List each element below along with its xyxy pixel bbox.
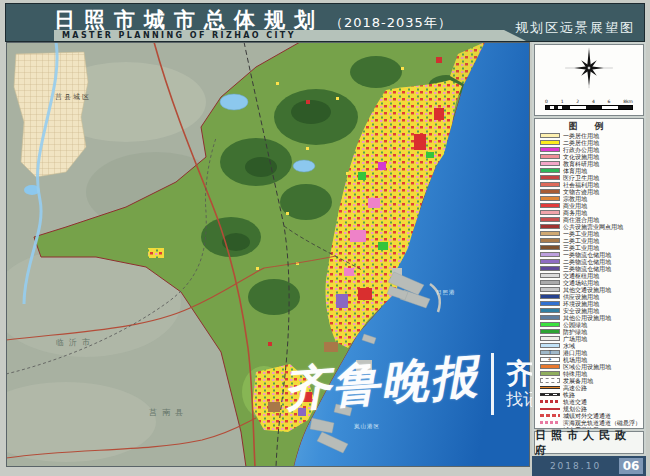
legend-label: 行政办公用地 [563, 147, 599, 153]
legend-label: 一类物流仓储用地 [563, 252, 611, 258]
legend-swatch [540, 140, 560, 145]
legend-label: 机场用地 [563, 357, 587, 363]
compass-rose-icon [561, 46, 617, 90]
legend-label: 城镇对外交通通道 [563, 413, 611, 419]
legend-label: 轨道交通 [563, 399, 587, 405]
legend-label: 二类居住用地 [563, 140, 599, 146]
legend-row: 区域公用设施用地 [540, 363, 639, 370]
legend-row: 文化设施用地 [540, 153, 639, 160]
legend-swatch: ✈ [540, 357, 560, 362]
legend-swatch [540, 421, 560, 424]
plan-title-en: MASTER PLANNING OF RIZHAO CITY [54, 30, 526, 41]
legend-row: 城镇对外交通通道 [540, 412, 639, 419]
legend-label: 其他交通设施用地 [563, 287, 611, 293]
scale-tick: 1 [561, 99, 564, 104]
legend-label: 铁路 [563, 392, 575, 398]
legend-label: 发展备用地 [563, 378, 593, 384]
scanned-plan-page: 日照市城市总体规划 （2018-2035年） MASTER PLANNING O… [0, 0, 650, 476]
legend-label: 商住混合用地 [563, 217, 599, 223]
legend-swatch [540, 322, 560, 327]
legend-label: 文化设施用地 [563, 154, 599, 160]
legend-swatch [540, 294, 560, 299]
legend-row: 二类物流仓储用地 [540, 258, 639, 265]
map-canvas: 莒县城区临沂市莒南县日照港岚山港区 [6, 42, 530, 467]
legend-swatch [540, 329, 560, 334]
legend-row: 防护绿地 [540, 328, 639, 335]
legend-swatch [540, 259, 560, 264]
scale-tick: 0 [545, 99, 548, 104]
legend-swatch [540, 203, 560, 208]
legend-box: 图 例 一类居住用地二类居住用地行政办公用地文化设施用地教育科研用地体育用地医疗… [534, 118, 644, 429]
legend-swatch [540, 147, 560, 152]
legend-row: 其他公用设施用地 [540, 314, 639, 321]
legend-swatch [540, 168, 560, 173]
legend-row: 供应设施用地 [540, 293, 639, 300]
legend-swatch [540, 414, 560, 418]
scale-tick: 2 [576, 99, 579, 104]
legend-rows: 一类居住用地二类居住用地行政办公用地文化设施用地教育科研用地体育用地医疗卫生用地… [540, 132, 639, 429]
legend-label: 商业用地 [563, 203, 587, 209]
legend-row: 医疗卫生用地 [540, 174, 639, 181]
legend-swatch [540, 400, 560, 403]
legend-swatch [540, 161, 560, 166]
legend-row: 轨道交通 [540, 398, 639, 405]
legend-swatch [540, 189, 560, 194]
legend-label: 公共设施营业网点用地 [563, 224, 623, 230]
scale-tick: 4 [592, 99, 595, 104]
footer-strip: 2018.10 06 [532, 456, 646, 476]
legend-row: 其他交通设施用地 [540, 286, 639, 293]
compass-scale-box: 012468km [534, 44, 644, 116]
legend-row: 三类工业用地 [540, 244, 639, 251]
legend-label: 其他公用设施用地 [563, 315, 611, 321]
publisher-box: 日照市人民政府 [534, 431, 644, 454]
legend-swatch [540, 287, 560, 292]
legend-label: 交通场站用地 [563, 280, 599, 286]
scale-tick: 6 [608, 99, 611, 104]
legend-row: T港口用地 [540, 349, 639, 356]
legend-row: 规划公路 [540, 405, 639, 412]
legend-row: 交通枢纽用地 [540, 272, 639, 279]
legend-row: 行政办公用地 [540, 146, 639, 153]
legend-swatch [540, 210, 560, 215]
legend-label: 区域公用设施用地 [563, 364, 611, 370]
legend-label: 教育科研用地 [563, 161, 599, 167]
plan-title-year: （2018-2035年） [330, 14, 452, 32]
legend-row: 环境设施用地 [540, 300, 639, 307]
legend-label: 公园绿地 [563, 322, 587, 328]
legend-swatch [540, 266, 560, 271]
legend-row: 铁路 [540, 391, 639, 398]
page-number: 06 [619, 458, 643, 474]
legend-label: 三类物流仓储用地 [563, 266, 611, 272]
legend-label: 特殊用地 [563, 371, 587, 377]
map-label: 临沂市 [56, 338, 95, 347]
legend-swatch: T [540, 350, 560, 355]
legend-label: 二类物流仓储用地 [563, 259, 611, 265]
legend-label: 港口用地 [563, 350, 587, 356]
scale-labels: 012468km [545, 99, 633, 104]
map-label: 莒县城区 [55, 93, 91, 101]
legend-swatch [540, 273, 560, 278]
legend-label: 宗教用地 [563, 196, 587, 202]
plan-title-cn: 日照市城市总体规划 [54, 6, 324, 34]
legend-title: 图 例 [540, 121, 639, 132]
legend-swatch [540, 343, 560, 348]
legend-swatch [540, 393, 560, 396]
legend-label: 三类工业用地 [563, 245, 599, 251]
legend-row: 宗教用地 [540, 195, 639, 202]
legend-swatch [540, 386, 560, 389]
legend-label: 商务用地 [563, 210, 587, 216]
legend-swatch [540, 224, 560, 229]
legend-row: 一类居住用地 [540, 132, 639, 139]
title-banner: 日照市城市总体规划 （2018-2035年） MASTER PLANNING O… [5, 3, 645, 42]
legend-label: 一类工业用地 [563, 231, 599, 237]
legend-label: 滨海观光轨道通道（磁悬浮） [563, 420, 641, 426]
legend-label: 广场用地 [563, 336, 587, 342]
legend-swatch [540, 133, 560, 138]
legend-swatch [540, 238, 560, 243]
legend-swatch [540, 378, 560, 383]
legend-label: 医疗卫生用地 [563, 175, 599, 181]
legend-label: 高速公路 [563, 385, 587, 391]
legend-row: 特殊用地 [540, 370, 639, 377]
legend-row: 一类物流仓储用地 [540, 251, 639, 258]
legend-row: 三类物流仓储用地 [540, 265, 639, 272]
